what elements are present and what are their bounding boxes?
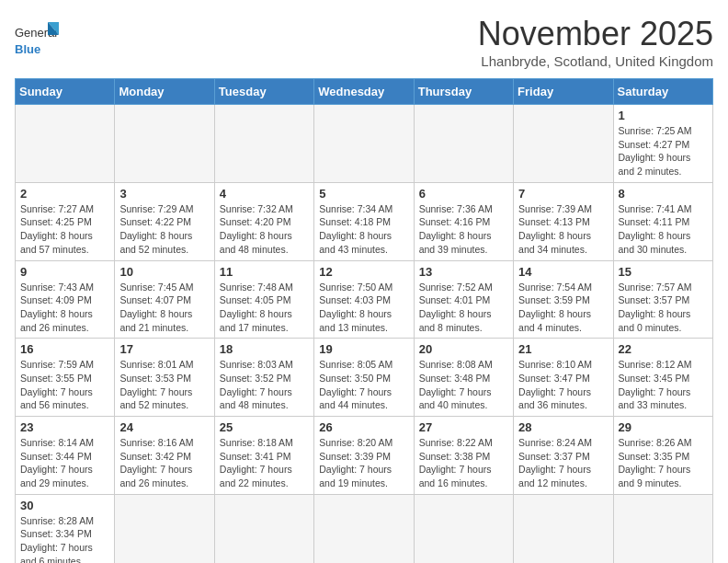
- day-info: Sunrise: 7:48 AM Sunset: 4:05 PM Dayligh…: [220, 281, 309, 335]
- logo: General Blue: [15, 20, 61, 62]
- day-info: Sunrise: 8:03 AM Sunset: 3:52 PM Dayligh…: [220, 358, 309, 412]
- day-header-wednesday: Wednesday: [314, 79, 414, 105]
- calendar-day-cell: 5Sunrise: 7:34 AM Sunset: 4:18 PM Daylig…: [314, 182, 414, 260]
- calendar-day-cell: 12Sunrise: 7:50 AM Sunset: 4:03 PM Dayli…: [314, 260, 414, 339]
- day-number: 4: [220, 187, 309, 201]
- day-info: Sunrise: 8:22 AM Sunset: 3:38 PM Dayligh…: [419, 436, 508, 490]
- calendar-day-cell: 18Sunrise: 8:03 AM Sunset: 3:52 PM Dayli…: [214, 339, 313, 417]
- day-header-tuesday: Tuesday: [214, 79, 313, 105]
- calendar-day-cell: [613, 494, 712, 563]
- calendar-week-2: 2Sunrise: 7:27 AM Sunset: 4:25 PM Daylig…: [16, 182, 713, 260]
- day-number: 24: [119, 420, 209, 434]
- day-info: Sunrise: 7:41 AM Sunset: 4:11 PM Dayligh…: [619, 202, 708, 257]
- day-info: Sunrise: 7:39 AM Sunset: 4:13 PM Dayligh…: [518, 202, 608, 257]
- day-number: 17: [119, 342, 209, 356]
- day-number: 15: [619, 265, 708, 279]
- calendar-day-cell: 27Sunrise: 8:22 AM Sunset: 3:38 PM Dayli…: [414, 417, 513, 495]
- calendar-day-cell: 6Sunrise: 7:36 AM Sunset: 4:16 PM Daylig…: [414, 182, 513, 260]
- day-info: Sunrise: 7:45 AM Sunset: 4:07 PM Dayligh…: [119, 281, 209, 335]
- day-info: Sunrise: 7:25 AM Sunset: 4:27 PM Dayligh…: [619, 124, 708, 178]
- calendar-day-cell: 28Sunrise: 8:24 AM Sunset: 3:37 PM Dayli…: [514, 417, 613, 495]
- day-number: 14: [518, 265, 608, 279]
- calendar-day-cell: 26Sunrise: 8:20 AM Sunset: 3:39 PM Dayli…: [314, 417, 414, 495]
- day-number: 9: [20, 265, 109, 279]
- calendar-week-4: 16Sunrise: 7:59 AM Sunset: 3:55 PM Dayli…: [16, 339, 713, 417]
- day-number: 3: [119, 187, 209, 201]
- day-info: Sunrise: 8:16 AM Sunset: 3:42 PM Dayligh…: [119, 436, 209, 490]
- day-number: 29: [619, 420, 708, 434]
- day-number: 10: [119, 265, 209, 279]
- day-number: 11: [220, 265, 309, 279]
- day-header-monday: Monday: [115, 79, 214, 105]
- calendar-day-cell: [16, 105, 115, 183]
- day-number: 20: [419, 342, 508, 356]
- day-number: 18: [220, 342, 309, 356]
- month-title: November 2025: [478, 15, 713, 53]
- day-info: Sunrise: 7:29 AM Sunset: 4:22 PM Dayligh…: [119, 202, 209, 257]
- calendar-day-cell: 3Sunrise: 7:29 AM Sunset: 4:22 PM Daylig…: [115, 182, 214, 260]
- day-number: 1: [619, 109, 708, 122]
- day-number: 13: [419, 265, 508, 279]
- day-info: Sunrise: 7:50 AM Sunset: 4:03 PM Dayligh…: [319, 281, 408, 335]
- calendar-day-cell: 21Sunrise: 8:10 AM Sunset: 3:47 PM Dayli…: [514, 339, 613, 417]
- day-info: Sunrise: 7:54 AM Sunset: 3:59 PM Dayligh…: [518, 281, 608, 335]
- day-info: Sunrise: 7:27 AM Sunset: 4:25 PM Dayligh…: [20, 202, 109, 257]
- calendar-day-cell: 2Sunrise: 7:27 AM Sunset: 4:25 PM Daylig…: [16, 182, 115, 260]
- day-info: Sunrise: 7:34 AM Sunset: 4:18 PM Dayligh…: [319, 202, 408, 257]
- day-header-saturday: Saturday: [613, 79, 712, 105]
- day-number: 7: [518, 187, 608, 201]
- day-number: 19: [319, 342, 408, 356]
- day-info: Sunrise: 8:18 AM Sunset: 3:41 PM Dayligh…: [220, 436, 309, 490]
- day-info: Sunrise: 7:52 AM Sunset: 4:01 PM Dayligh…: [419, 281, 508, 335]
- calendar-day-cell: [414, 105, 513, 183]
- calendar-day-cell: 30Sunrise: 8:28 AM Sunset: 3:34 PM Dayli…: [16, 494, 115, 563]
- calendar-day-cell: 20Sunrise: 8:08 AM Sunset: 3:48 PM Dayli…: [414, 339, 513, 417]
- calendar-day-cell: [115, 494, 214, 563]
- day-number: 16: [20, 342, 109, 356]
- day-info: Sunrise: 8:28 AM Sunset: 3:34 PM Dayligh…: [20, 514, 109, 563]
- day-header-friday: Friday: [514, 79, 613, 105]
- day-header-sunday: Sunday: [16, 79, 115, 105]
- day-number: 27: [419, 420, 508, 434]
- calendar-day-cell: 9Sunrise: 7:43 AM Sunset: 4:09 PM Daylig…: [16, 260, 115, 339]
- day-number: 26: [319, 420, 408, 434]
- day-info: Sunrise: 7:32 AM Sunset: 4:20 PM Dayligh…: [220, 202, 309, 257]
- calendar-week-1: 1Sunrise: 7:25 AM Sunset: 4:27 PM Daylig…: [16, 105, 713, 183]
- calendar-header-row: SundayMondayTuesdayWednesdayThursdayFrid…: [16, 79, 713, 105]
- calendar-day-cell: 7Sunrise: 7:39 AM Sunset: 4:13 PM Daylig…: [514, 182, 613, 260]
- day-info: Sunrise: 7:59 AM Sunset: 3:55 PM Dayligh…: [20, 358, 109, 412]
- day-number: 23: [20, 420, 109, 434]
- calendar-table: SundayMondayTuesdayWednesdayThursdayFrid…: [15, 78, 713, 563]
- day-number: 30: [20, 499, 109, 512]
- calendar-day-cell: 13Sunrise: 7:52 AM Sunset: 4:01 PM Dayli…: [414, 260, 513, 339]
- day-info: Sunrise: 8:10 AM Sunset: 3:47 PM Dayligh…: [518, 358, 608, 412]
- day-info: Sunrise: 7:36 AM Sunset: 4:16 PM Dayligh…: [419, 202, 508, 257]
- calendar-day-cell: 11Sunrise: 7:48 AM Sunset: 4:05 PM Dayli…: [214, 260, 313, 339]
- day-info: Sunrise: 8:20 AM Sunset: 3:39 PM Dayligh…: [319, 436, 408, 490]
- calendar-day-cell: 17Sunrise: 8:01 AM Sunset: 3:53 PM Dayli…: [115, 339, 214, 417]
- calendar-day-cell: [414, 494, 513, 563]
- calendar-day-cell: 25Sunrise: 8:18 AM Sunset: 3:41 PM Dayli…: [214, 417, 313, 495]
- calendar-day-cell: 29Sunrise: 8:26 AM Sunset: 3:35 PM Dayli…: [613, 417, 712, 495]
- day-info: Sunrise: 8:08 AM Sunset: 3:48 PM Dayligh…: [419, 358, 508, 412]
- day-info: Sunrise: 8:26 AM Sunset: 3:35 PM Dayligh…: [619, 436, 708, 490]
- calendar-day-cell: 23Sunrise: 8:14 AM Sunset: 3:44 PM Dayli…: [16, 417, 115, 495]
- calendar-day-cell: 4Sunrise: 7:32 AM Sunset: 4:20 PM Daylig…: [214, 182, 313, 260]
- day-number: 8: [619, 187, 708, 201]
- calendar-day-cell: [314, 105, 414, 183]
- day-number: 5: [319, 187, 408, 201]
- calendar-week-3: 9Sunrise: 7:43 AM Sunset: 4:09 PM Daylig…: [16, 260, 713, 339]
- page-header: General Blue November 2025 Lhanbryde, Sc…: [15, 15, 713, 69]
- day-info: Sunrise: 8:12 AM Sunset: 3:45 PM Dayligh…: [619, 358, 708, 412]
- calendar-day-cell: 14Sunrise: 7:54 AM Sunset: 3:59 PM Dayli…: [514, 260, 613, 339]
- calendar-day-cell: 10Sunrise: 7:45 AM Sunset: 4:07 PM Dayli…: [115, 260, 214, 339]
- day-number: 25: [220, 420, 309, 434]
- calendar-day-cell: 16Sunrise: 7:59 AM Sunset: 3:55 PM Dayli…: [16, 339, 115, 417]
- day-number: 12: [319, 265, 408, 279]
- day-info: Sunrise: 7:57 AM Sunset: 3:57 PM Dayligh…: [619, 281, 708, 335]
- day-info: Sunrise: 8:14 AM Sunset: 3:44 PM Dayligh…: [20, 436, 109, 490]
- calendar-day-cell: 8Sunrise: 7:41 AM Sunset: 4:11 PM Daylig…: [613, 182, 712, 260]
- day-number: 28: [518, 420, 608, 434]
- title-area: November 2025 Lhanbryde, Scotland, Unite…: [478, 15, 713, 69]
- day-info: Sunrise: 7:43 AM Sunset: 4:09 PM Dayligh…: [20, 281, 109, 335]
